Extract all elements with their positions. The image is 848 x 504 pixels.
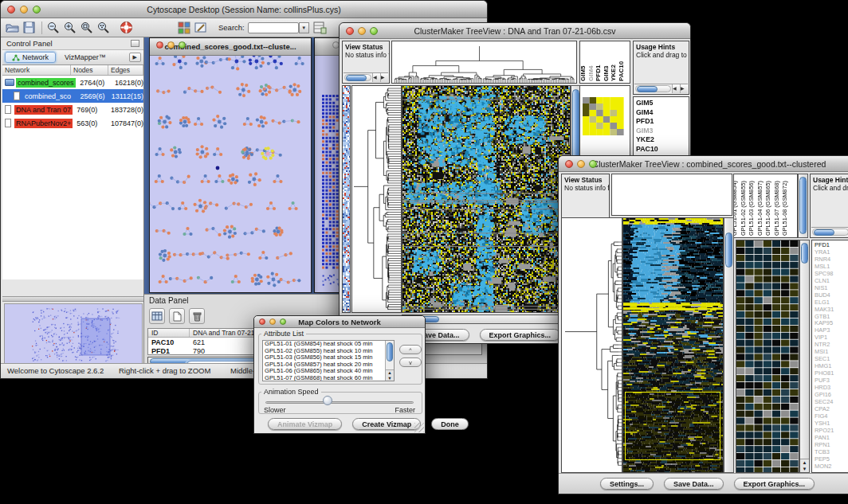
hscrollbar[interactable]: ◀ ▶ (634, 84, 688, 93)
slider-thumb[interactable] (323, 396, 332, 405)
network-row[interactable]: RNAPuberNov2+ 563(0) 107847(0) (2, 116, 143, 130)
scrollbar-thumb[interactable] (387, 342, 393, 361)
heatmap-vscrollbar[interactable] (724, 217, 734, 473)
chevron-down-icon[interactable]: ▼ (299, 22, 309, 33)
hscrollbar[interactable]: ◀ (811, 227, 848, 236)
edit-network-icon[interactable] (194, 21, 208, 35)
network-view-window[interactable]: combined_scores_good.txt--cluste... (149, 37, 312, 293)
main-title-bar[interactable]: Cytoscape Desktop (Session Name: collins… (1, 1, 487, 18)
scroll-left-icon[interactable]: ◀ (672, 84, 680, 93)
gene-label: PFD1 (634, 117, 689, 127)
tab-vizmapper[interactable]: VizMapper™ (58, 53, 112, 62)
close-icon[interactable] (565, 160, 573, 168)
attribute-list-item[interactable]: GPL51-07 (GSM868) heat shock 60 min (263, 375, 394, 381)
heatmap-hscrollbar[interactable] (402, 315, 571, 324)
network-row[interactable]: combined_sco 2569(6) 13112(15) (2, 89, 143, 103)
scrollbar-thumb[interactable] (637, 86, 658, 92)
hscrollbar[interactable]: ◀ ▶ (344, 72, 388, 82)
heatmap-main[interactable] (622, 217, 724, 473)
zoom-window-icon[interactable] (179, 41, 186, 49)
zoom-window-icon[interactable] (589, 160, 597, 168)
network-row[interactable]: DNA and Tran 07 769(0) 183728(0) (2, 103, 143, 116)
zoom-window-icon[interactable] (33, 6, 41, 14)
treeview-button[interactable]: Save Data... (664, 478, 724, 490)
attribute-list-label: Attribute List (261, 330, 306, 338)
float-panel-icon[interactable] (131, 40, 139, 47)
title-bar[interactable]: Map Colors to Network (254, 316, 425, 328)
minimize-icon[interactable] (358, 27, 366, 35)
save-icon[interactable] (22, 21, 36, 35)
column-dendrogram-pane[interactable] (611, 174, 732, 216)
scrollbar-thumb[interactable] (725, 232, 732, 268)
dialog-button[interactable]: Create Vizmap (352, 418, 421, 430)
zoom-window-icon[interactable] (280, 318, 286, 325)
zoom-fit-icon[interactable] (96, 21, 110, 35)
scroll-arrows[interactable]: ▲▼ (800, 459, 809, 472)
scroll-left-icon[interactable]: ◀ (372, 73, 380, 82)
data-panel-title: Data Panel (149, 296, 188, 305)
scrollbar-thumb[interactable] (346, 75, 367, 81)
move-up-button[interactable]: ^ (399, 345, 422, 354)
global-overview-strip[interactable] (342, 85, 351, 313)
zoom-selected-icon[interactable] (79, 21, 93, 35)
close-icon[interactable] (346, 27, 354, 35)
vizmap-grid-icon[interactable] (177, 21, 191, 35)
usage-hints-panel: Usage Hints Click and drag to ◀ (810, 174, 848, 238)
column-dendrogram-pane[interactable] (391, 41, 577, 84)
zoom-in-icon[interactable] (62, 21, 77, 35)
zoom-out-icon[interactable] (45, 21, 60, 35)
close-icon[interactable] (7, 6, 15, 14)
minimize-icon[interactable] (269, 318, 276, 325)
column-labels: GPL51-01 (GSM854)GPL51-02 (GSM855)GPL51-… (733, 174, 798, 238)
column-label: GIM3 (603, 65, 610, 81)
network-table: combined_scores 2764(0) 16218(0) combine… (2, 76, 143, 279)
labels-vscrollbar[interactable] (798, 174, 808, 238)
gene-label: GIM5 (634, 99, 689, 108)
list-vscrollbar[interactable]: ▲▼ (385, 341, 394, 381)
zoom-window-icon[interactable] (370, 27, 378, 35)
heatmap-main[interactable] (402, 85, 571, 313)
treeview-button[interactable]: Settings... (600, 478, 654, 490)
scrollbar-thumb[interactable] (814, 229, 834, 236)
select-attributes-icon[interactable] (149, 308, 165, 324)
treeview-button[interactable]: Export Graphics... (480, 329, 561, 341)
dialog-button[interactable]: Animate Vizmap (268, 418, 342, 430)
scroll-right-icon[interactable]: ▶ (680, 84, 688, 93)
search-label: Search: (218, 23, 245, 32)
attribute-browser-icon[interactable] (313, 21, 328, 35)
scroll-right-icon[interactable]: ▶ (380, 73, 388, 82)
tab-overflow-button[interactable]: ▶ (129, 53, 141, 62)
network-row[interactable]: combined_scores 2764(0) 16218(0) (2, 76, 143, 89)
dialog-button[interactable]: Done (431, 418, 469, 430)
network-view-canvas[interactable] (150, 52, 309, 292)
row-dendrogram-pane[interactable] (351, 85, 402, 313)
zoom-vscrollbar[interactable]: ▲▼ (799, 240, 810, 473)
minimize-icon[interactable] (577, 160, 585, 168)
animation-speed-slider[interactable] (265, 401, 414, 404)
title-bar[interactable]: ClusterMaker TreeView : combined_scores_… (559, 156, 848, 172)
attribute-list[interactable]: GPL51-01 (GSM854) heat shock 05 minGPL51… (262, 340, 395, 381)
window-title: ClusterMaker TreeView : combined_scores_… (593, 159, 826, 169)
scrollbar-thumb[interactable] (799, 177, 807, 234)
new-attribute-icon[interactable] (169, 308, 185, 324)
dialog-buttons: Animate VizmapCreate VizmapDone (268, 418, 469, 430)
treeview-button[interactable]: Export Graphics... (734, 478, 815, 490)
close-icon[interactable] (156, 41, 163, 49)
scroll-arrows[interactable]: ▲▼ (386, 369, 394, 381)
delete-attribute-icon[interactable] (189, 308, 205, 324)
help-lifering-icon[interactable] (119, 21, 133, 35)
move-down-button[interactable]: v (399, 357, 422, 367)
zoom-heatmap-pane[interactable] (736, 240, 799, 473)
network-overview[interactable] (4, 303, 143, 364)
panel-splitter[interactable] (2, 296, 143, 302)
title-bar[interactable]: ClusterMaker TreeView : DNA and Tran 07-… (340, 23, 690, 39)
row-dendrogram-pane[interactable] (561, 217, 622, 473)
tab-network[interactable]: Network (5, 52, 56, 63)
scrollbar-thumb[interactable] (801, 243, 808, 264)
minimize-icon[interactable] (167, 41, 175, 49)
minimize-icon[interactable] (20, 6, 28, 14)
open-folder-icon[interactable] (5, 21, 19, 35)
close-icon[interactable] (259, 318, 265, 325)
resize-grip[interactable] (414, 423, 424, 432)
search-input[interactable]: ▼ (248, 22, 299, 33)
